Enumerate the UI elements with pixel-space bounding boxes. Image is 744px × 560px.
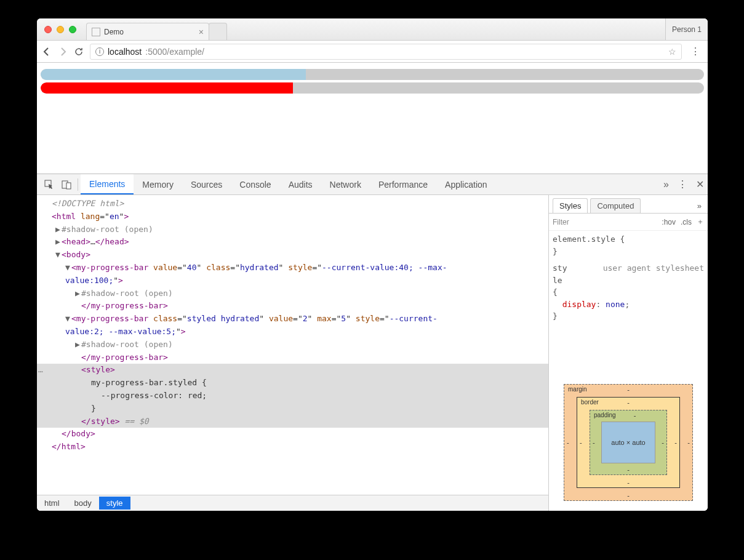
add-rule-icon[interactable]: ＋	[697, 217, 704, 227]
devtools-tab-performance[interactable]: Performance	[370, 174, 436, 194]
elements-panel: <!DOCTYPE html><html lang="en">▶#shadow-…	[37, 195, 549, 511]
dom-node[interactable]: </style> == $0	[37, 415, 548, 428]
dom-node[interactable]: ▼<body>	[37, 249, 548, 262]
border-label: border	[581, 399, 599, 406]
forward-button[interactable]	[58, 47, 68, 57]
browser-tab[interactable]: Demo ×	[86, 23, 209, 40]
profile-button[interactable]: Person 1	[665, 18, 708, 40]
address-bar[interactable]: i localhost:5000/example/ ☆	[90, 44, 682, 60]
expand-arrow-icon[interactable]: ▶	[55, 223, 62, 236]
rule-line: {	[553, 286, 704, 298]
reload-button[interactable]	[74, 47, 84, 57]
tab-strip: Demo ×	[86, 18, 226, 40]
dom-node[interactable]: …<style>	[37, 364, 548, 377]
devtools: ElementsMemorySourcesConsoleAuditsNetwor…	[37, 174, 708, 511]
hov-toggle[interactable]: :hov	[662, 218, 676, 226]
devtools-tab-application[interactable]: Application	[436, 174, 496, 194]
page-content	[37, 63, 708, 174]
dom-node[interactable]: </my-progress-bar>	[37, 351, 548, 364]
page-favicon-icon	[92, 28, 100, 36]
inspect-element-icon[interactable]	[41, 180, 58, 190]
tab-styles[interactable]: Styles	[553, 198, 588, 213]
expand-arrow-icon[interactable]: ▶	[75, 338, 81, 351]
css-rules[interactable]: element.style { } sty user agent stylesh…	[549, 231, 708, 325]
dom-node[interactable]: my-progress-bar.styled {	[37, 377, 548, 390]
styles-sidebar: Styles Computed » Filter :hov .cls ＋ ele…	[549, 195, 708, 511]
selector-text: sty	[553, 262, 567, 274]
devtools-menu-icon[interactable]: ⋮	[678, 178, 687, 190]
rule-line: }	[553, 310, 704, 322]
box-border[interactable]: border - - - - padding - - -	[577, 397, 680, 488]
dom-tree[interactable]: <!DOCTYPE html><html lang="en">▶#shadow-…	[37, 195, 548, 495]
styles-tabs: Styles Computed »	[549, 195, 708, 214]
minimize-window-button[interactable]	[57, 26, 64, 33]
device-toolbar-icon[interactable]	[58, 180, 75, 190]
breadcrumb-bar: htmlbodystyle	[37, 495, 548, 511]
box-margin[interactable]: margin - - - - border - - - -	[564, 384, 693, 501]
box-model: margin - - - - border - - - -	[549, 372, 708, 511]
tab-computed[interactable]: Computed	[590, 198, 641, 213]
cls-toggle[interactable]: .cls	[681, 218, 692, 226]
site-info-icon[interactable]: i	[95, 47, 104, 56]
dom-node[interactable]: ▼<my-progress-bar value="40" class="hydr…	[37, 262, 548, 287]
progress-bar-1	[41, 69, 704, 80]
more-tabs-icon[interactable]: »	[663, 179, 669, 190]
dom-node[interactable]: </my-progress-bar>	[37, 300, 548, 313]
browser-window: Demo × Person 1 i localhost:5000/example…	[37, 18, 708, 511]
margin-label: margin	[568, 386, 587, 393]
tab-title: Demo	[104, 28, 124, 36]
dom-node[interactable]: ▶#shadow-root (open)	[37, 287, 548, 300]
dom-node[interactable]: }	[37, 402, 548, 415]
devtools-tab-network[interactable]: Network	[321, 174, 370, 194]
devtools-tabbar: ElementsMemorySourcesConsoleAuditsNetwor…	[37, 174, 708, 195]
devtools-body: <!DOCTYPE html><html lang="en">▶#shadow-…	[37, 195, 708, 511]
close-devtools-icon[interactable]: ✕	[696, 178, 704, 190]
breadcrumb-style[interactable]: style	[99, 497, 130, 510]
browser-menu-button[interactable]: ⋮	[688, 46, 703, 57]
expand-arrow-icon[interactable]: ▼	[65, 313, 71, 326]
window-controls	[37, 26, 84, 33]
more-styles-tabs-icon[interactable]: »	[695, 199, 704, 213]
progress-fill	[41, 69, 306, 80]
rule-line: element.style {	[553, 233, 704, 246]
ua-stylesheet-label: user agent stylesheet	[603, 262, 704, 274]
back-button[interactable]	[42, 47, 52, 57]
separator	[78, 178, 78, 191]
box-content[interactable]: auto × auto	[601, 422, 655, 463]
dom-node[interactable]: ▶#shadow-root (open)	[37, 223, 548, 236]
close-window-button[interactable]	[44, 26, 52, 33]
expand-arrow-icon[interactable]: ▼	[55, 249, 62, 262]
toolbar: i localhost:5000/example/ ☆ ⋮	[37, 41, 708, 63]
dom-node[interactable]: ▶<head>…</head>	[37, 236, 548, 249]
new-tab-placeholder[interactable]	[209, 23, 227, 40]
devtools-tab-audits[interactable]: Audits	[280, 174, 321, 194]
devtools-tab-elements[interactable]: Elements	[81, 174, 134, 194]
dom-node[interactable]: ▶#shadow-root (open)	[37, 338, 548, 351]
devtools-tab-sources[interactable]: Sources	[182, 174, 231, 194]
padding-label: padding	[594, 412, 616, 418]
breadcrumb-html[interactable]: html	[37, 497, 67, 510]
progress-fill	[41, 82, 293, 94]
titlebar: Demo × Person 1	[37, 18, 708, 41]
dom-node[interactable]: <html lang="en">	[37, 210, 548, 223]
maximize-window-button[interactable]	[69, 26, 76, 33]
dom-node[interactable]: ▼<my-progress-bar class="styled hydrated…	[37, 313, 548, 338]
expand-arrow-icon[interactable]: ▼	[65, 262, 71, 274]
box-padding[interactable]: padding - - - - auto × auto	[590, 410, 667, 475]
rule-line: }	[553, 246, 704, 258]
dom-node[interactable]: </html>	[37, 441, 548, 454]
dom-node[interactable]: --progress-color: red;	[37, 390, 548, 402]
expand-arrow-icon[interactable]: ▶	[55, 236, 62, 249]
url-host: localhost	[108, 47, 142, 57]
devtools-tab-memory[interactable]: Memory	[134, 174, 182, 194]
selector-text: le	[553, 274, 704, 287]
breadcrumb-body[interactable]: body	[67, 497, 99, 510]
expand-arrow-icon[interactable]: ▶	[75, 287, 81, 300]
progress-bar-2	[41, 82, 704, 94]
filter-input[interactable]: Filter	[553, 218, 657, 226]
bookmark-star-icon[interactable]: ☆	[668, 47, 676, 57]
close-tab-icon[interactable]: ×	[199, 27, 204, 37]
devtools-tab-console[interactable]: Console	[231, 174, 279, 194]
dom-node[interactable]: </body>	[37, 428, 548, 441]
dom-node[interactable]: <!DOCTYPE html>	[37, 198, 548, 210]
